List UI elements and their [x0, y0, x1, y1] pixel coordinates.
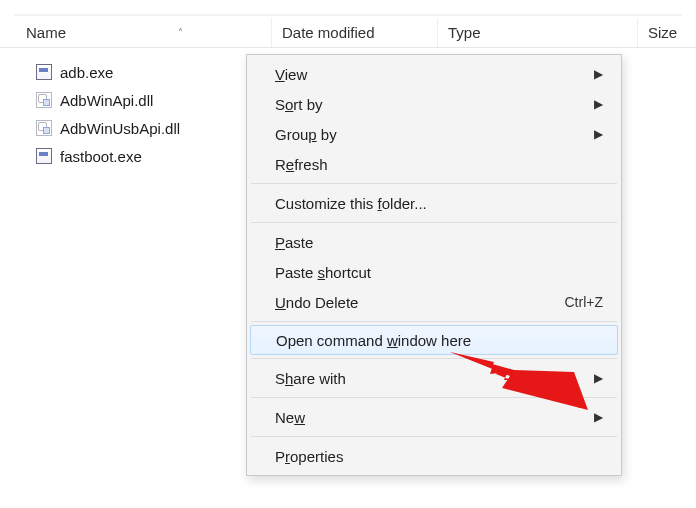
menu-share-with[interactable]: Share with ▶: [249, 363, 619, 393]
menu-shortcut: Ctrl+Z: [565, 294, 604, 310]
menu-separator: [251, 397, 617, 398]
menu-separator: [251, 183, 617, 184]
submenu-arrow-icon: ▶: [593, 127, 603, 141]
menu-sort-by[interactable]: Sort by ▶: [249, 89, 619, 119]
exe-icon: [36, 64, 52, 80]
dll-icon: [36, 120, 52, 136]
menu-separator: [251, 321, 617, 322]
submenu-arrow-icon: ▶: [593, 97, 603, 111]
menu-properties[interactable]: Properties: [249, 441, 619, 471]
column-date-label: Date modified: [282, 24, 375, 41]
column-type[interactable]: Type: [438, 18, 638, 47]
menu-label: Customize this folder...: [275, 195, 603, 212]
dll-icon: [36, 92, 52, 108]
column-name-label: Name: [26, 24, 66, 41]
file-name: adb.exe: [60, 64, 113, 81]
menu-label: Properties: [275, 448, 603, 465]
menu-undo-delete[interactable]: Undo Delete Ctrl+Z: [249, 287, 619, 317]
column-date[interactable]: Date modified: [272, 18, 438, 47]
sort-arrow-icon: ˄: [178, 27, 183, 38]
menu-label: Group by: [275, 126, 593, 143]
menu-paste-shortcut[interactable]: Paste shortcut: [249, 257, 619, 287]
context-menu: View ▶ Sort by ▶ Group by ▶ Refresh Cust…: [246, 54, 622, 476]
menu-separator: [251, 436, 617, 437]
column-name[interactable]: Name ˄: [14, 18, 272, 47]
exe-icon: [36, 148, 52, 164]
menu-label: Paste shortcut: [275, 264, 603, 281]
menu-label: New: [275, 409, 593, 426]
file-explorer-window: Name ˄ Date modified Type Size adb.exe A…: [0, 0, 696, 508]
menu-label: Paste: [275, 234, 603, 251]
column-size-label: Size: [648, 24, 677, 41]
column-headers[interactable]: Name ˄ Date modified Type Size: [0, 18, 696, 48]
file-name: AdbWinUsbApi.dll: [60, 120, 180, 137]
menu-paste[interactable]: Paste: [249, 227, 619, 257]
menu-separator: [251, 358, 617, 359]
menu-customize-folder[interactable]: Customize this folder...: [249, 188, 619, 218]
top-divider: [14, 14, 682, 16]
menu-open-command-window[interactable]: Open command window here: [250, 325, 618, 355]
menu-label: Refresh: [275, 156, 603, 173]
submenu-arrow-icon: ▶: [593, 67, 603, 81]
menu-view[interactable]: View ▶: [249, 59, 619, 89]
menu-new[interactable]: New ▶: [249, 402, 619, 432]
column-type-label: Type: [448, 24, 481, 41]
menu-label: Sort by: [275, 96, 593, 113]
menu-label: Share with: [275, 370, 593, 387]
file-name: AdbWinApi.dll: [60, 92, 153, 109]
submenu-arrow-icon: ▶: [593, 371, 603, 385]
submenu-arrow-icon: ▶: [593, 410, 603, 424]
menu-label: View: [275, 66, 593, 83]
menu-group-by[interactable]: Group by ▶: [249, 119, 619, 149]
menu-label: Undo Delete: [275, 294, 565, 311]
column-size[interactable]: Size: [638, 18, 687, 47]
menu-label: Open command window here: [276, 332, 602, 349]
menu-separator: [251, 222, 617, 223]
menu-refresh[interactable]: Refresh: [249, 149, 619, 179]
file-name: fastboot.exe: [60, 148, 142, 165]
